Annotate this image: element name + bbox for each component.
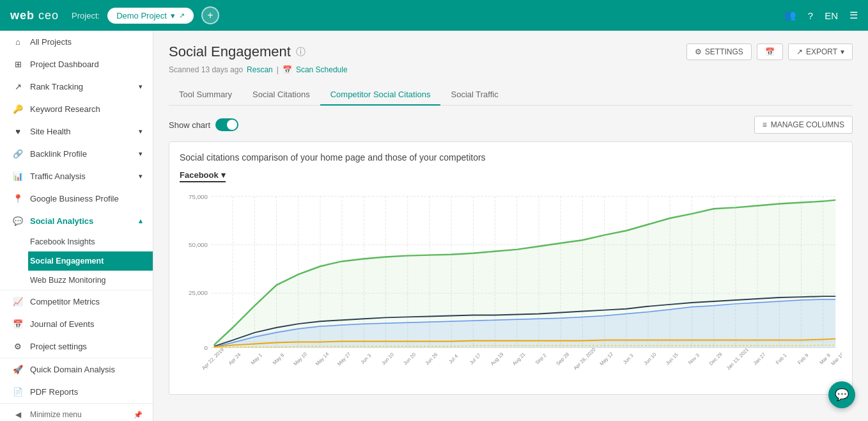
traffic-icon: 📊 xyxy=(12,171,24,181)
topbar: web ceo Project: Demo Project ▾ ↗ + 👥 ? … xyxy=(0,0,868,31)
main-content: Social Engagement ⓘ ⚙ SETTINGS 📅 ↗ EXPOR… xyxy=(153,31,868,421)
calendar-small-icon: 📅 xyxy=(283,65,292,74)
sidebar-item-project-settings[interactable]: ⚙ Project settings xyxy=(0,335,153,358)
export-button[interactable]: ↗ EXPORT ▾ xyxy=(788,44,853,60)
chevron-down-icon: ▾ xyxy=(139,172,143,180)
minimize-menu-button[interactable]: ◀ Minimize menu 📌 xyxy=(0,404,153,421)
sidebar-item-label: Traffic Analysis xyxy=(30,171,86,181)
line-chart: 75,000 50,000 25,000 0 xyxy=(180,190,842,384)
svg-text:May 12: May 12 xyxy=(598,351,614,367)
svg-text:Apr 28, 2020: Apr 28, 2020 xyxy=(573,347,597,371)
sidebar-item-project-dashboard[interactable]: ⊞ Project Dashboard xyxy=(0,53,153,75)
tab-social-citations[interactable]: Social Citations xyxy=(242,84,320,106)
sidebar-item-all-projects[interactable]: ⌂ All Projects xyxy=(0,31,153,53)
scan-schedule-link[interactable]: Scan Schedule xyxy=(296,65,348,74)
sidebar-section-extra: 🚀 Quick Domain Analysis 📄 PDF Reports xyxy=(0,358,153,403)
svg-text:May 27: May 27 xyxy=(336,351,352,367)
svg-text:Dec 29: Dec 29 xyxy=(708,351,724,367)
manage-columns-button[interactable]: ≡ MANAGE COLUMNS xyxy=(754,116,853,134)
journal-icon: 📅 xyxy=(12,319,24,329)
svg-text:Feb 9: Feb 9 xyxy=(796,353,809,365)
calendar-button[interactable]: 📅 xyxy=(757,44,783,60)
backlink-icon: 🔗 xyxy=(12,149,24,159)
chevron-down-icon: ▾ xyxy=(139,127,143,136)
dropdown-arrow: ▾ xyxy=(171,11,175,20)
sidebar-item-label: Quick Domain Analysis xyxy=(30,365,115,374)
svg-text:Jun 20: Jun 20 xyxy=(402,351,417,366)
project-selector[interactable]: Demo Project ▾ ↗ xyxy=(107,8,194,24)
sidebar-item-google-business[interactable]: 📍 Google Business Profile xyxy=(0,187,153,210)
svg-text:Sep 2: Sep 2 xyxy=(534,353,548,366)
svg-text:0: 0 xyxy=(205,344,208,351)
sidebar-item-label: PDF Reports xyxy=(30,387,78,397)
svg-text:Mar 10: Mar 10 xyxy=(830,351,842,367)
svg-text:Jul 4: Jul 4 xyxy=(447,353,459,365)
svg-text:25,000: 25,000 xyxy=(189,289,208,296)
svg-text:75,000: 75,000 xyxy=(189,193,208,200)
external-link-icon: ↗ xyxy=(179,12,185,20)
sidebar-item-journal-of-events[interactable]: 📅 Journal of Events xyxy=(0,313,153,335)
social-analytics-submenu: Facebook Insights Social Engagement Web … xyxy=(0,232,153,290)
sidebar-item-facebook-insights[interactable]: Facebook Insights xyxy=(28,232,153,251)
chevron-down-icon: ▾ xyxy=(139,150,143,158)
tabs: Tool Summary Social Citations Competitor… xyxy=(169,84,853,106)
show-chart-toggle-row: Show chart xyxy=(169,118,238,131)
sidebar-item-label: Rank Tracking xyxy=(30,82,83,91)
logo: web ceo xyxy=(10,9,59,22)
tab-social-traffic[interactable]: Social Traffic xyxy=(440,84,508,106)
arrow-left-icon: ◀ xyxy=(12,410,24,419)
svg-text:May 10: May 10 xyxy=(293,351,309,367)
competitor-icon: 📈 xyxy=(12,297,24,306)
language-selector[interactable]: EN xyxy=(825,10,838,21)
chat-button[interactable]: 💬 xyxy=(828,381,855,408)
sidebar-item-label: Google Business Profile xyxy=(30,194,119,203)
help-icon[interactable]: ? xyxy=(808,10,813,21)
svg-text:Jun 10: Jun 10 xyxy=(380,351,395,366)
social-icon: 💬 xyxy=(12,216,24,226)
rescan-link[interactable]: Rescan xyxy=(247,65,273,74)
health-icon: ♥ xyxy=(12,127,24,136)
settings-button[interactable]: ⚙ SETTINGS xyxy=(686,44,752,60)
sidebar-item-web-buzz[interactable]: Web Buzz Monitoring xyxy=(28,271,153,290)
svg-text:Mar 9: Mar 9 xyxy=(819,353,832,365)
dropdown-arrow: ▾ xyxy=(221,170,226,180)
svg-text:Jan 27: Jan 27 xyxy=(752,352,767,367)
minimize-menu-label: Minimize menu xyxy=(30,410,82,419)
sidebar: ⌂ All Projects ⊞ Project Dashboard ↗ Ran… xyxy=(0,31,153,421)
settings-icon: ⚙ xyxy=(12,342,24,351)
facebook-selector[interactable]: Facebook ▾ xyxy=(180,170,226,182)
sidebar-item-keyword-research[interactable]: 🔑 Keyword Research xyxy=(0,98,153,120)
header-actions: ⚙ SETTINGS 📅 ↗ EXPORT ▾ xyxy=(686,44,853,60)
svg-text:Aug 19: Aug 19 xyxy=(490,351,505,367)
svg-text:Jun 26: Jun 26 xyxy=(424,352,439,367)
sidebar-item-rank-tracking[interactable]: ↗ Rank Tracking ▾ xyxy=(0,75,153,98)
sidebar-item-label: Site Health xyxy=(30,127,71,136)
chat-icon: 💬 xyxy=(835,388,849,402)
page-title: Social Engagement ⓘ xyxy=(169,44,306,60)
sidebar-item-competitor-metrics[interactable]: 📈 Competitor Metrics xyxy=(0,290,153,313)
sidebar-item-social-analytics[interactable]: 💬 Social Analytics ▴ xyxy=(0,210,153,232)
svg-text:Jun 3: Jun 3 xyxy=(622,353,635,365)
add-project-button[interactable]: + xyxy=(201,6,219,24)
sidebar-item-backlink-profile[interactable]: 🔗 Backlink Profile ▾ xyxy=(0,143,153,165)
sidebar-item-pdf-reports[interactable]: 📄 PDF Reports xyxy=(0,381,153,403)
users-icon[interactable]: 👥 xyxy=(784,10,796,21)
sidebar-item-traffic-analysis[interactable]: 📊 Traffic Analysis ▾ xyxy=(0,165,153,187)
project-name: Demo Project xyxy=(116,11,167,20)
svg-text:Aug 21: Aug 21 xyxy=(511,351,527,367)
chart-controls: Show chart ≡ MANAGE COLUMNS xyxy=(169,116,853,134)
sidebar-item-site-health[interactable]: ♥ Site Health ▾ xyxy=(0,120,153,143)
show-chart-toggle[interactable] xyxy=(215,118,238,131)
sidebar-item-social-engagement[interactable]: Social Engagement xyxy=(28,251,153,271)
help-circle-icon[interactable]: ⓘ xyxy=(296,46,306,58)
home-icon: ⌂ xyxy=(12,37,24,47)
svg-text:May 14: May 14 xyxy=(314,351,330,367)
dashboard-icon: ⊞ xyxy=(12,60,24,69)
sidebar-item-quick-domain[interactable]: 🚀 Quick Domain Analysis xyxy=(0,358,153,381)
tab-competitor-social-citations[interactable]: Competitor Social Citations xyxy=(320,84,441,106)
menu-icon[interactable]: ☰ xyxy=(849,10,858,21)
rank-icon: ↗ xyxy=(12,82,24,91)
main-layout: ⌂ All Projects ⊞ Project Dashboard ↗ Ran… xyxy=(0,31,868,421)
tab-tool-summary[interactable]: Tool Summary xyxy=(169,84,242,106)
sidebar-bottom: ◀ Minimize menu 📌 xyxy=(0,403,153,421)
